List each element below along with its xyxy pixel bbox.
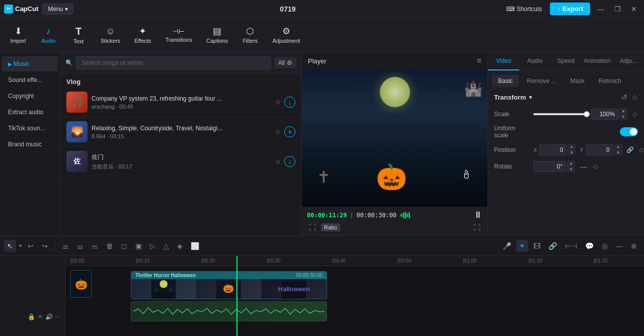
subtab-basic[interactable]: Basic bbox=[492, 75, 519, 87]
audio-item-1[interactable]: 🎵 Company VP system 23, refreshing guita… bbox=[60, 88, 301, 117]
track-visibility-button[interactable]: 👁 bbox=[37, 313, 43, 320]
audio-favorite-btn-3[interactable]: ☆ bbox=[274, 156, 282, 166]
close-button[interactable]: ✕ bbox=[628, 5, 640, 13]
sidebar-item-extract-audio[interactable]: Extract audio bbox=[2, 105, 58, 120]
audio-download-btn-1[interactable]: ↓ bbox=[284, 97, 295, 108]
position-keyframe-button[interactable]: ◇ bbox=[638, 145, 644, 154]
video-split-button[interactable]: 🎞 bbox=[530, 240, 543, 252]
scale-down-button[interactable]: ▼ bbox=[619, 114, 627, 120]
track-lock-button[interactable]: 🔒 bbox=[28, 313, 35, 320]
audio-favorite-btn-1[interactable]: ☆ bbox=[274, 97, 282, 107]
paint-button[interactable]: ◈ bbox=[174, 240, 186, 252]
audio-record-button[interactable]: 🎤 bbox=[500, 240, 514, 252]
export-button[interactable]: ↑ Export bbox=[550, 3, 590, 15]
link-clips-button[interactable]: 🔗 bbox=[545, 240, 560, 252]
select-tool[interactable]: ↖ bbox=[4, 240, 16, 252]
caption-button[interactable]: 💬 bbox=[582, 240, 597, 252]
audio-item-3[interactable]: 佐 佐门 当歌音乐 · 03:17 ☆ ↓ bbox=[60, 147, 301, 177]
tool-audio[interactable]: ♪ Audio bbox=[34, 24, 62, 47]
tool-captions[interactable]: ▤ Captions bbox=[200, 24, 234, 47]
sidebar-item-copyright[interactable]: Copyright bbox=[2, 89, 58, 104]
y-up-button[interactable]: ▲ bbox=[614, 144, 622, 150]
scale-up-button[interactable]: ▲ bbox=[619, 108, 627, 114]
split-button[interactable]: ⚌ bbox=[59, 240, 72, 252]
transition-button[interactable]: ⊢⊣ bbox=[562, 240, 580, 252]
tool-text[interactable]: T Text bbox=[64, 23, 93, 47]
track-more-button[interactable]: ⋯ bbox=[55, 313, 61, 320]
y-down-button[interactable]: ▼ bbox=[614, 150, 622, 156]
subtab-retouch[interactable]: Retouch bbox=[593, 75, 627, 87]
play-pause-button[interactable]: ⏸ bbox=[473, 210, 482, 220]
group-button[interactable]: ▣ bbox=[132, 240, 145, 252]
audio-favorite-btn-2[interactable]: ☆ bbox=[274, 127, 282, 137]
split-alt-button[interactable]: ⚍ bbox=[74, 240, 87, 252]
freeze-button[interactable]: ◻ bbox=[118, 240, 130, 252]
tool-effects[interactable]: ✦ Effects bbox=[128, 24, 157, 47]
transform-tl-button[interactable]: ⬜ bbox=[188, 240, 202, 252]
sidebar-item-music[interactable]: Music bbox=[2, 56, 58, 71]
scale-slider[interactable] bbox=[533, 113, 587, 115]
audio-item-2[interactable]: 🌄 Relaxing, Simple, Countryside, Travel,… bbox=[60, 117, 301, 147]
tab-speed[interactable]: Speed bbox=[550, 52, 582, 70]
sidebar-item-sound-effects[interactable]: Sound effe... bbox=[2, 72, 58, 88]
audio-link-button[interactable]: ⚭ bbox=[516, 240, 528, 252]
rotate-stepper[interactable]: ▲ ▼ bbox=[567, 160, 575, 172]
tool-filters[interactable]: ⬡ Filters bbox=[236, 24, 264, 47]
position-y-stepper[interactable]: ▲ ▼ bbox=[614, 144, 622, 155]
x-down-button[interactable]: ▼ bbox=[568, 150, 576, 156]
rotate-down-button[interactable]: ▼ bbox=[567, 166, 575, 173]
tab-video[interactable]: Video bbox=[488, 52, 519, 70]
player-menu-button[interactable]: ≡ bbox=[477, 56, 481, 65]
playhead[interactable] bbox=[236, 256, 237, 336]
speed-button[interactable]: — bbox=[613, 240, 626, 252]
video-clip[interactable]: Thriller Horror Halloween 00:00:30:00 bbox=[131, 271, 327, 299]
scale-stepper[interactable]: ▲ ▼ bbox=[619, 108, 627, 120]
x-up-button[interactable]: ▲ bbox=[568, 144, 576, 150]
undo-button[interactable]: ↩ bbox=[25, 240, 37, 252]
rotate-keyframe-button[interactable]: ◇ bbox=[592, 162, 599, 171]
redo-button[interactable]: ↪ bbox=[39, 240, 51, 252]
position-x-stepper[interactable]: ▲ ▼ bbox=[568, 144, 576, 155]
tool-import[interactable]: ⬇ Import bbox=[4, 24, 32, 47]
sidebar-item-tiktok[interactable]: TikTok soun... bbox=[2, 121, 58, 136]
position-link-button[interactable]: 🔗 bbox=[626, 146, 634, 153]
transform-keyframe-button[interactable]: ◇ bbox=[631, 92, 638, 102]
ratio-button[interactable]: Ratio bbox=[321, 223, 340, 231]
split-cut-button[interactable]: ⚎ bbox=[89, 240, 101, 252]
rotate-value[interactable]: 0° bbox=[533, 161, 566, 172]
audio-add-btn-2[interactable]: + bbox=[284, 126, 295, 137]
tab-animation[interactable]: Animation bbox=[582, 52, 613, 70]
fullscreen-button[interactable]: ⛶ bbox=[471, 222, 482, 232]
all-filter-button[interactable]: All ⚙ bbox=[274, 57, 296, 68]
tab-audio[interactable]: Audio bbox=[519, 52, 550, 70]
tool-adjustment[interactable]: ⚙ Adjustment bbox=[266, 24, 306, 47]
minimize-button[interactable]: — bbox=[594, 5, 607, 13]
zoom-button[interactable]: ⊕ bbox=[628, 240, 640, 252]
track-audio-button[interactable]: 🔊 bbox=[45, 313, 53, 320]
subtab-remove[interactable]: Remove ... bbox=[521, 75, 562, 87]
subtab-mask[interactable]: Mask bbox=[564, 75, 591, 87]
transform-reset-button[interactable]: ↺ bbox=[620, 92, 628, 102]
fit-screen-button[interactable]: ⛶ bbox=[307, 222, 318, 232]
delete-button[interactable]: 🗑 bbox=[103, 240, 116, 252]
select-dropdown[interactable]: ▾ bbox=[18, 243, 23, 248]
rotate-minus-button[interactable]: — bbox=[579, 161, 588, 172]
flip-button[interactable]: △ bbox=[160, 240, 172, 252]
restore-button[interactable]: ❐ bbox=[611, 5, 624, 13]
tab-adjustment[interactable]: Adju... bbox=[613, 52, 644, 70]
position-y-value[interactable]: 0 bbox=[586, 144, 613, 155]
tool-stickers[interactable]: ☺ Stickers bbox=[95, 24, 126, 47]
audio-download-btn-3[interactable]: ↓ bbox=[284, 156, 295, 167]
effect-button[interactable]: ◎ bbox=[599, 240, 611, 252]
uniform-scale-toggle[interactable] bbox=[620, 127, 638, 136]
menu-button[interactable]: Menu ▾ bbox=[42, 4, 73, 15]
shortcuts-button[interactable]: ⌨ Shortcuts bbox=[502, 4, 546, 15]
scale-keyframe-button[interactable]: ◇ bbox=[631, 110, 638, 119]
scale-value[interactable]: 100% bbox=[591, 109, 618, 120]
search-input[interactable] bbox=[76, 56, 271, 69]
sidebar-item-brand-music[interactable]: Brand music bbox=[2, 137, 58, 152]
crop-button[interactable]: ▷ bbox=[147, 240, 158, 252]
position-x-value[interactable]: 0 bbox=[539, 144, 567, 155]
tool-transitions[interactable]: ⊣⊢ Transitions bbox=[159, 25, 198, 46]
rotate-up-button[interactable]: ▲ bbox=[567, 160, 575, 166]
